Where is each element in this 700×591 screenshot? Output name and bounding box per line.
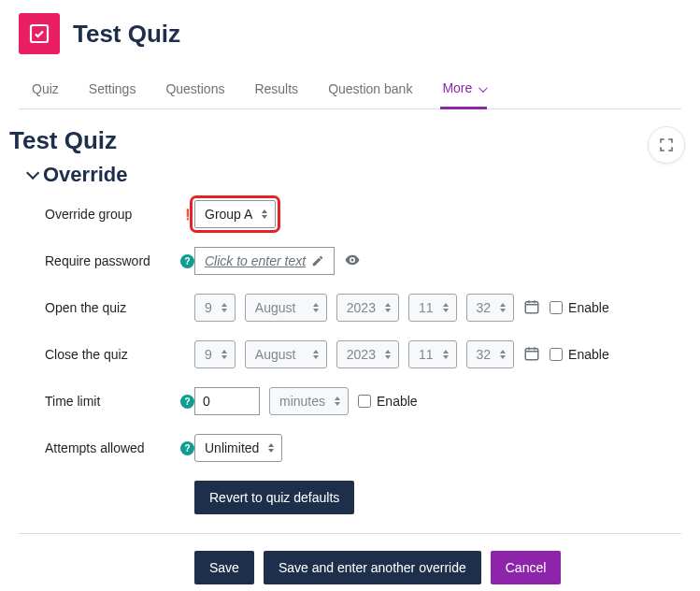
- sort-caret-icon: [262, 209, 267, 219]
- save-button[interactable]: Save: [194, 551, 254, 584]
- close-quiz-day-select[interactable]: 9: [194, 340, 236, 368]
- help-icon[interactable]: ?: [180, 254, 194, 268]
- time-limit-enable-label: Enable: [377, 394, 418, 409]
- require-password-label: Require password: [45, 253, 173, 268]
- time-limit-enable-wrap[interactable]: Enable: [358, 394, 418, 409]
- close-quiz-enable-label: Enable: [568, 347, 609, 362]
- override-group-value: Group A: [205, 207, 252, 222]
- close-quiz-minute-select[interactable]: 32: [466, 340, 515, 368]
- sort-caret-icon: [385, 350, 391, 359]
- time-limit-input[interactable]: [194, 387, 260, 415]
- tab-more[interactable]: More: [440, 71, 487, 109]
- divider: [19, 533, 681, 534]
- close-quiz-year-select[interactable]: 2023: [336, 340, 399, 368]
- revert-button[interactable]: Revert to quiz defaults: [194, 481, 354, 514]
- override-heading: Override: [43, 163, 128, 187]
- sort-caret-icon: [313, 350, 319, 359]
- attempts-label: Attempts allowed: [45, 440, 173, 455]
- nav-tabs: Quiz Settings Questions Results Question…: [19, 71, 681, 109]
- sort-caret-icon: [221, 350, 227, 359]
- svg-rect-2: [525, 348, 538, 359]
- page-title: Test Quiz: [73, 20, 180, 49]
- time-limit-label: Time limit: [45, 394, 173, 409]
- help-icon[interactable]: ?: [180, 395, 194, 409]
- open-quiz-label: Open the quiz: [45, 300, 194, 315]
- sort-caret-icon: [313, 303, 319, 312]
- open-quiz-enable-checkbox[interactable]: [550, 301, 563, 314]
- chevron-down-icon: [476, 80, 485, 95]
- pencil-icon: [311, 254, 324, 267]
- sort-caret-icon: [500, 350, 506, 359]
- close-quiz-hour-select[interactable]: 11: [408, 340, 457, 368]
- quiz-module-icon: [19, 13, 60, 54]
- password-input[interactable]: Click to enter text: [194, 247, 335, 275]
- calendar-icon[interactable]: [523, 298, 540, 318]
- close-quiz-enable-wrap[interactable]: Enable: [550, 347, 609, 362]
- close-quiz-month-select[interactable]: August: [245, 340, 327, 368]
- time-limit-unit-select[interactable]: minutes: [269, 387, 349, 415]
- open-quiz-month-select[interactable]: August: [245, 294, 327, 322]
- open-quiz-hour-select[interactable]: 11: [408, 294, 457, 322]
- override-group-select[interactable]: Group A: [194, 200, 276, 228]
- tab-questions[interactable]: Questions: [164, 71, 226, 108]
- tab-settings[interactable]: Settings: [87, 71, 138, 108]
- override-section-toggle[interactable]: Override: [26, 163, 691, 187]
- open-quiz-enable-label: Enable: [568, 300, 609, 315]
- attempts-select[interactable]: Unlimited: [194, 434, 282, 462]
- time-limit-enable-checkbox[interactable]: [358, 395, 371, 408]
- open-quiz-day-select[interactable]: 9: [194, 294, 236, 322]
- help-icon[interactable]: ?: [180, 441, 194, 455]
- open-quiz-enable-wrap[interactable]: Enable: [550, 300, 609, 315]
- svg-rect-1: [525, 301, 538, 312]
- save-another-button[interactable]: Save and enter another override: [264, 551, 481, 584]
- sort-caret-icon: [500, 303, 506, 312]
- cancel-button[interactable]: Cancel: [491, 551, 562, 584]
- required-icon: ❗: [180, 208, 194, 222]
- fullscreen-toggle-button[interactable]: [648, 126, 685, 164]
- tab-quiz[interactable]: Quiz: [30, 71, 61, 108]
- tab-more-label: More: [442, 80, 472, 95]
- override-group-label: Override group: [45, 207, 173, 222]
- sort-caret-icon: [443, 303, 449, 312]
- close-quiz-enable-checkbox[interactable]: [550, 348, 563, 361]
- close-quiz-label: Close the quiz: [45, 347, 194, 362]
- open-quiz-minute-select[interactable]: 32: [466, 294, 515, 322]
- sort-caret-icon: [268, 443, 274, 453]
- caret-down-icon: [26, 167, 36, 182]
- open-quiz-year-select[interactable]: 2023: [336, 294, 399, 322]
- sort-caret-icon: [385, 303, 391, 312]
- sort-caret-icon: [221, 303, 227, 312]
- attempts-value: Unlimited: [205, 440, 259, 455]
- sort-caret-icon: [443, 350, 449, 359]
- tab-questionbank[interactable]: Question bank: [326, 71, 414, 108]
- sort-caret-icon: [335, 396, 340, 406]
- password-placeholder: Click to enter text: [205, 253, 306, 268]
- calendar-icon[interactable]: [523, 345, 540, 365]
- tab-results[interactable]: Results: [252, 71, 300, 108]
- eye-icon[interactable]: [344, 252, 361, 271]
- section-heading: Test Quiz: [9, 126, 691, 155]
